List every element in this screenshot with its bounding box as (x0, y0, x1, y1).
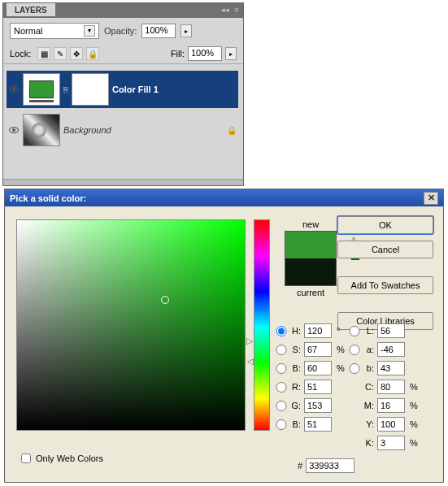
c-unit: % (408, 382, 420, 392)
close-icon[interactable]: ✕ (424, 192, 438, 205)
l-label: L: (363, 326, 376, 336)
r-input[interactable] (304, 380, 332, 394)
lb-input[interactable] (377, 361, 405, 375)
bb-radio[interactable] (275, 363, 288, 374)
bb-unit: % (335, 363, 346, 373)
fill-label: Fill: (171, 49, 185, 59)
ok-button[interactable]: OK (337, 216, 433, 234)
dialog-title: Pick a solid color: (10, 193, 86, 203)
a-radio[interactable] (348, 345, 361, 355)
k-label: K: (363, 438, 376, 448)
sv-cursor-icon (161, 296, 169, 304)
mask-thumbnail[interactable] (72, 73, 109, 106)
opacity-label: Opacity: (104, 26, 137, 36)
y-input[interactable] (377, 417, 405, 432)
lock-position-icon[interactable]: ✥ (70, 47, 83, 60)
hex-input[interactable] (306, 458, 354, 473)
h-input[interactable] (304, 323, 332, 338)
y-label: Y: (363, 419, 376, 429)
fill-input[interactable]: 100% (188, 46, 222, 61)
dialog-titlebar[interactable]: Pick a solid color: ✕ (5, 189, 443, 206)
blend-mode-value: Normal (14, 26, 42, 36)
rb-radio[interactable] (275, 419, 288, 430)
color-picker-dialog: Pick a solid color: ✕ ▷ ◁ new current ⚠ … (4, 189, 444, 483)
sv-pointer-icon: ▷ (246, 336, 253, 346)
k-unit: % (408, 438, 420, 448)
lock-transparency-icon[interactable]: ▦ (37, 47, 50, 60)
chevron-down-icon: ▾ (84, 25, 95, 37)
hue-pointer-icon: ◁ (247, 357, 254, 366)
lb-radio[interactable] (348, 363, 361, 374)
layer-name[interactable]: Background (63, 125, 224, 135)
layer-row[interactable]: ⎘ Color Fill 1 (7, 71, 238, 108)
opacity-flyout-icon[interactable]: ▸ (181, 24, 192, 37)
layer-list: ⎘ Color Fill 1 Background 🔒 (3, 64, 243, 152)
web-colors-checkbox[interactable] (21, 453, 31, 463)
opacity-input[interactable]: 100% (141, 24, 176, 38)
h-unit: ° (335, 326, 346, 336)
numeric-inputs: H:° L: S:% a: B:% b: R: C:% G: M:% B: Y:… (275, 323, 437, 450)
lock-row: Lock: ▦ ✎ ✥ 🔒 Fill: 100% ▸ (3, 44, 243, 64)
r-label: R: (289, 382, 302, 392)
layer-thumbnail[interactable] (23, 73, 60, 106)
blend-row: Normal ▾ Opacity: 100% ▸ (3, 18, 243, 44)
saturation-value-field[interactable]: ▷ (16, 219, 246, 431)
fill-flyout-icon[interactable]: ▸ (225, 47, 237, 60)
s-unit: % (335, 345, 346, 354)
lock-paint-icon[interactable]: ✎ (54, 47, 67, 60)
lock-all-icon[interactable]: 🔒 (86, 47, 99, 60)
h-label: H: (289, 326, 302, 336)
g-input[interactable] (304, 398, 332, 413)
g-radio[interactable] (275, 401, 288, 411)
new-color-swatch (285, 232, 336, 258)
lb-label: b: (363, 363, 376, 373)
r-radio[interactable] (275, 382, 288, 393)
h-radio[interactable] (275, 326, 288, 336)
cancel-button[interactable]: Cancel (337, 241, 433, 258)
blend-mode-select[interactable]: Normal ▾ (10, 23, 99, 39)
web-colors-label: Only Web Colors (36, 453, 103, 463)
link-icon[interactable]: ⎘ (63, 85, 68, 94)
l-radio[interactable] (348, 326, 361, 336)
s-label: S: (289, 345, 302, 354)
lock-label: Lock: (10, 49, 31, 59)
layers-panel: LAYERS ◂◂ ≡ Normal ▾ Opacity: 100% ▸ Loc… (2, 2, 244, 186)
panel-footer (3, 179, 243, 185)
y-unit: % (408, 419, 420, 429)
hue-slider[interactable]: ◁ (254, 219, 270, 431)
m-input[interactable] (377, 398, 405, 413)
a-input[interactable] (377, 342, 405, 357)
layer-thumbnail[interactable] (23, 114, 60, 146)
layers-tab[interactable]: LAYERS (7, 3, 55, 16)
bb-input[interactable] (304, 361, 332, 375)
rb-input[interactable] (304, 417, 332, 432)
current-color-swatch[interactable] (285, 258, 336, 285)
l-input[interactable] (377, 323, 405, 338)
current-label: current (276, 288, 345, 297)
a-label: a: (363, 345, 376, 354)
layer-row[interactable]: Background 🔒 (5, 111, 240, 149)
web-colors-row: Only Web Colors (21, 453, 103, 463)
m-label: M: (363, 401, 376, 410)
add-swatch-button[interactable]: Add To Swatches (337, 276, 433, 294)
rb-label: B: (289, 419, 302, 429)
hex-row: # (298, 458, 354, 473)
s-input[interactable] (304, 342, 332, 357)
lock-indicator-icon: 🔒 (227, 126, 237, 135)
c-label: C: (363, 382, 376, 392)
eye-icon[interactable] (9, 86, 19, 93)
hex-label: # (298, 461, 302, 471)
layer-name[interactable]: Color Fill 1 (112, 85, 237, 94)
eye-icon[interactable] (9, 127, 19, 133)
color-swatch (285, 231, 337, 286)
m-unit: % (408, 401, 420, 410)
panel-tab-bar: LAYERS ◂◂ ≡ (3, 3, 243, 18)
g-label: G: (289, 401, 302, 410)
collapse-icon[interactable]: ◂◂ (220, 5, 230, 15)
new-label: new (276, 219, 345, 229)
k-input[interactable] (377, 436, 405, 450)
panel-menu-icon[interactable]: ≡ (232, 5, 241, 15)
bb-label: B: (289, 363, 302, 373)
c-input[interactable] (377, 380, 405, 394)
s-radio[interactable] (275, 345, 288, 355)
